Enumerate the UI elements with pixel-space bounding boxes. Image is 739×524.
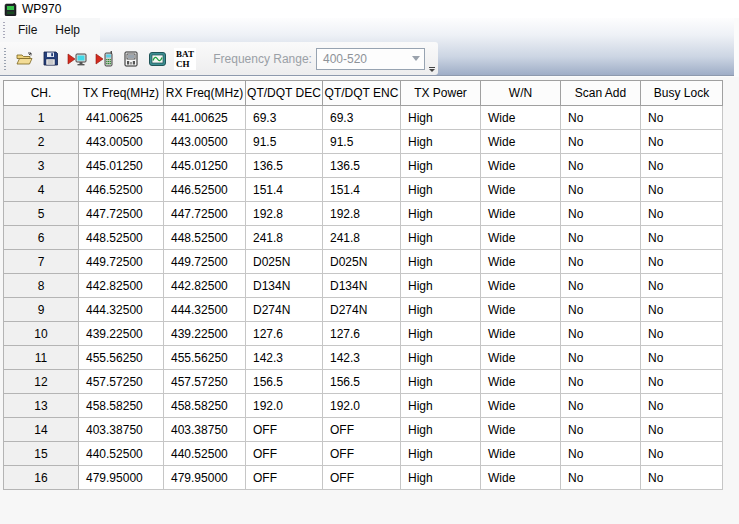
menu-grip-handle[interactable] [2, 22, 6, 39]
rx-freq-cell[interactable]: 444.32500 [164, 298, 246, 322]
rx-freq-cell[interactable]: 445.01250 [164, 154, 246, 178]
tx-freq-cell[interactable]: 442.82500 [79, 274, 164, 298]
qtdqt-enc-cell[interactable]: 142.3 [323, 346, 401, 370]
write-to-radio-button[interactable] [93, 46, 116, 72]
app-radio-icon[interactable] [4, 3, 17, 16]
wn-cell[interactable]: Wide [481, 178, 561, 202]
monitor-wave-button[interactable] [146, 46, 169, 72]
qtdqt-enc-cell[interactable]: D134N [323, 274, 401, 298]
channel-number-cell[interactable]: 14 [4, 418, 79, 442]
qtdqt-dec-cell[interactable]: 156.5 [246, 370, 323, 394]
qtdqt-dec-cell[interactable]: D134N [246, 274, 323, 298]
scan-add-cell[interactable]: No [561, 418, 641, 442]
rx-freq-cell[interactable]: 447.72500 [164, 202, 246, 226]
busy-lock-cell[interactable]: No [641, 442, 723, 466]
wn-cell[interactable]: Wide [481, 466, 561, 490]
tx-freq-cell[interactable]: 443.00500 [79, 130, 164, 154]
tx-freq-cell[interactable]: 458.58250 [79, 394, 164, 418]
scan-add-cell[interactable]: No [561, 298, 641, 322]
tx-freq-cell[interactable]: 447.72500 [79, 202, 164, 226]
channel-number-cell[interactable]: 16 [4, 466, 79, 490]
tx-power-cell[interactable]: High [401, 298, 481, 322]
tx-power-cell[interactable]: High [401, 154, 481, 178]
frequency-range-combobox[interactable]: 400-520 [316, 48, 425, 70]
tx-freq-cell[interactable]: 479.95000 [79, 466, 164, 490]
scan-add-cell[interactable]: No [561, 322, 641, 346]
tx-freq-cell[interactable]: 441.00625 [79, 106, 164, 130]
qtdqt-dec-cell[interactable]: 69.3 [246, 106, 323, 130]
qtdqt-enc-cell[interactable]: 151.4 [323, 178, 401, 202]
qtdqt-enc-cell[interactable]: 91.5 [323, 130, 401, 154]
wn-cell[interactable]: Wide [481, 154, 561, 178]
rx-freq-cell[interactable]: 449.72500 [164, 250, 246, 274]
qtdqt-enc-cell[interactable]: 69.3 [323, 106, 401, 130]
column-header-tx-power[interactable]: TX Power [401, 81, 481, 106]
qtdqt-enc-cell[interactable]: D025N [323, 250, 401, 274]
busy-lock-cell[interactable]: No [641, 394, 723, 418]
tx-power-cell[interactable]: High [401, 130, 481, 154]
busy-lock-cell[interactable]: No [641, 298, 723, 322]
tx-freq-cell[interactable]: 448.52500 [79, 226, 164, 250]
tx-freq-cell[interactable]: 403.38750 [79, 418, 164, 442]
busy-lock-cell[interactable]: No [641, 322, 723, 346]
channel-number-cell[interactable]: 7 [4, 250, 79, 274]
qtdqt-enc-cell[interactable]: OFF [323, 418, 401, 442]
tx-power-cell[interactable]: High [401, 346, 481, 370]
qtdqt-dec-cell[interactable]: 151.4 [246, 178, 323, 202]
rx-freq-cell[interactable]: 443.00500 [164, 130, 246, 154]
wn-cell[interactable]: Wide [481, 298, 561, 322]
busy-lock-cell[interactable]: No [641, 178, 723, 202]
scan-add-cell[interactable]: No [561, 394, 641, 418]
tx-freq-cell[interactable]: 457.57250 [79, 370, 164, 394]
scan-add-cell[interactable]: No [561, 274, 641, 298]
tx-power-cell[interactable]: High [401, 322, 481, 346]
tx-power-cell[interactable]: High [401, 106, 481, 130]
qtdqt-dec-cell[interactable]: OFF [246, 466, 323, 490]
batch-channel-button[interactable]: BAT CH [173, 46, 197, 72]
column-header-tx-freq[interactable]: TX Freq(MHz) [79, 81, 164, 106]
scan-add-cell[interactable]: No [561, 250, 641, 274]
busy-lock-cell[interactable]: No [641, 130, 723, 154]
wn-cell[interactable]: Wide [481, 394, 561, 418]
channel-number-cell[interactable]: 11 [4, 346, 79, 370]
busy-lock-cell[interactable]: No [641, 466, 723, 490]
qtdqt-enc-cell[interactable]: 192.8 [323, 202, 401, 226]
wn-cell[interactable]: Wide [481, 442, 561, 466]
qtdqt-enc-cell[interactable]: OFF [323, 442, 401, 466]
tx-power-cell[interactable]: High [401, 442, 481, 466]
channel-number-cell[interactable]: 6 [4, 226, 79, 250]
tx-power-cell[interactable]: High [401, 274, 481, 298]
channel-number-cell[interactable]: 15 [4, 442, 79, 466]
tx-power-cell[interactable]: High [401, 178, 481, 202]
qtdqt-enc-cell[interactable]: 156.5 [323, 370, 401, 394]
qtdqt-enc-cell[interactable]: OFF [323, 466, 401, 490]
menu-help[interactable]: Help [46, 20, 89, 40]
wn-cell[interactable]: Wide [481, 202, 561, 226]
column-header-qtdqt-dec[interactable]: QT/DQT DEC [246, 81, 323, 106]
qtdqt-enc-cell[interactable]: 192.0 [323, 394, 401, 418]
column-header-scan-add[interactable]: Scan Add [561, 81, 641, 106]
qtdqt-dec-cell[interactable]: OFF [246, 418, 323, 442]
tx-power-cell[interactable]: High [401, 202, 481, 226]
tx-power-cell[interactable]: High [401, 250, 481, 274]
rx-freq-cell[interactable]: 439.22500 [164, 322, 246, 346]
rx-freq-cell[interactable]: 479.95000 [164, 466, 246, 490]
qtdqt-dec-cell[interactable]: 241.8 [246, 226, 323, 250]
tx-freq-cell[interactable]: 446.52500 [79, 178, 164, 202]
tx-power-cell[interactable]: High [401, 226, 481, 250]
qtdqt-dec-cell[interactable]: D025N [246, 250, 323, 274]
qtdqt-enc-cell[interactable]: D274N [323, 298, 401, 322]
rx-freq-cell[interactable]: 446.52500 [164, 178, 246, 202]
tx-power-cell[interactable]: High [401, 394, 481, 418]
scan-add-cell[interactable]: No [561, 106, 641, 130]
busy-lock-cell[interactable]: No [641, 202, 723, 226]
busy-lock-cell[interactable]: No [641, 346, 723, 370]
tx-freq-cell[interactable]: 440.52500 [79, 442, 164, 466]
scan-add-cell[interactable]: No [561, 130, 641, 154]
qtdqt-enc-cell[interactable]: 127.6 [323, 322, 401, 346]
busy-lock-cell[interactable]: No [641, 154, 723, 178]
tx-freq-cell[interactable]: 449.72500 [79, 250, 164, 274]
rx-freq-cell[interactable]: 458.58250 [164, 394, 246, 418]
scan-add-cell[interactable]: No [561, 226, 641, 250]
channel-number-cell[interactable]: 13 [4, 394, 79, 418]
